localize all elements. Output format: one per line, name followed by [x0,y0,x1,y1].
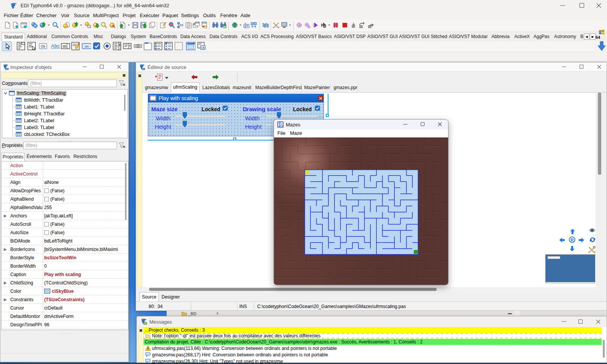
svg-text:Ok: Ok [41,45,45,48]
svg-text:B: B [224,25,226,29]
svg-text:Ok: Ok [201,46,205,49]
svg-text:Abc: Abc [51,43,60,49]
svg-text:on: on [85,45,88,48]
svg-text:ab: ab [62,44,67,48]
